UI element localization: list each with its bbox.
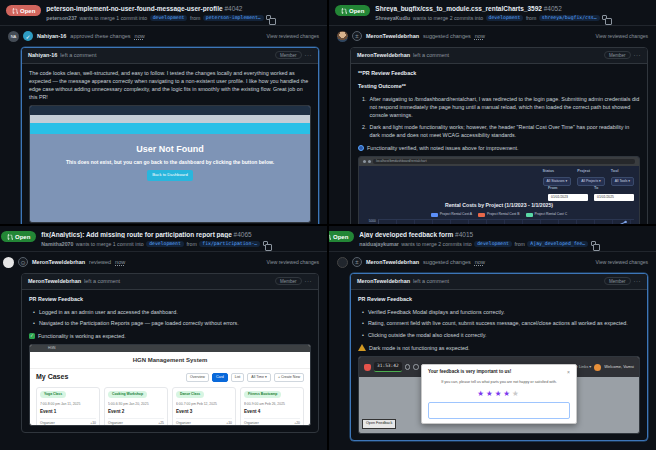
case-card: Fitness Bootcamp 8:00-9:00 am Feb 26, 20… bbox=[240, 387, 304, 427]
pr-title-text: peterson-implement-no-user-found-message… bbox=[46, 5, 222, 12]
pr-state-label: Open bbox=[15, 234, 30, 240]
comment-body: **PR Review Feedback Testing Outcome** A… bbox=[351, 64, 647, 225]
from-label: From bbox=[548, 186, 588, 192]
view-reviewed-changes-link[interactable]: View reviewed changes bbox=[267, 33, 319, 39]
line-chart-plot bbox=[378, 219, 634, 224]
avatar[interactable] bbox=[3, 257, 14, 268]
browser-tab: HGN bbox=[30, 345, 310, 352]
back-to-dashboard-button-image: Back to Dashboard bbox=[147, 170, 193, 180]
comment-header: Nahiyan-16 left a comment Member ··· bbox=[22, 48, 318, 64]
line-chart-svg bbox=[379, 220, 634, 224]
pr-number: #4052 bbox=[544, 5, 562, 12]
reviewer-name[interactable]: MeronTeweldebrhan bbox=[366, 259, 419, 265]
reviewer-name[interactable]: Nahiyan-16 bbox=[37, 33, 66, 39]
case-event: Event 1 bbox=[40, 409, 96, 416]
legend-entry: Project Rental Cost B bbox=[478, 212, 519, 217]
comment-author[interactable]: MeronTeweldebrhan bbox=[357, 52, 410, 58]
modal-title: Your feedback is very important to us! bbox=[428, 369, 567, 376]
pull-request-icon bbox=[329, 234, 331, 240]
reviewed-eye-icon: ⊙ bbox=[18, 257, 28, 267]
avatar[interactable]: NA bbox=[8, 31, 19, 42]
review-time-link[interactable]: now bbox=[115, 259, 125, 265]
y-axis-label: Rental Cost bbox=[364, 219, 369, 224]
comment-menu-button[interactable]: ··· bbox=[305, 52, 313, 58]
comment-menu-button[interactable]: ··· bbox=[305, 278, 313, 284]
base-branch-label[interactable]: development bbox=[146, 241, 184, 247]
case-organizer: Organizer bbox=[176, 421, 191, 426]
feedback-heading: **PR Review Feedback bbox=[358, 69, 640, 77]
check-note: ✓ Functionality is working as expected. bbox=[29, 332, 311, 340]
star-icon: ★ bbox=[477, 389, 486, 398]
comment-author[interactable]: Nahiyan-16 bbox=[28, 52, 57, 58]
modal-title-row: Your feedback is very important to us! × bbox=[428, 369, 570, 377]
copy-branch-icon[interactable] bbox=[602, 15, 607, 20]
reviewer-name[interactable]: MeronTeweldebrhan bbox=[32, 259, 85, 265]
testing-outcome-heading: Testing Outcome** bbox=[358, 82, 640, 90]
case-pill: Cooking Workshop bbox=[108, 391, 147, 398]
bullet-item: Verified Feedback Modal displays and fun… bbox=[362, 308, 640, 316]
from-text: from bbox=[190, 15, 200, 21]
comment-author[interactable]: MeronTeweldebrhan bbox=[28, 278, 81, 284]
head-branch-label[interactable]: peterson-implement… bbox=[203, 15, 264, 21]
embedded-screenshot-user-not-found: User Not Found This does not exist, but … bbox=[29, 105, 311, 223]
case-organizer: Organizer bbox=[244, 421, 259, 426]
bullet-item: Navigated to the Participation Reports p… bbox=[33, 319, 311, 327]
comment-author[interactable]: MeronTeweldebrhan bbox=[357, 278, 410, 284]
head-branch-label[interactable]: shreeya/bugfix/css… bbox=[539, 15, 600, 21]
warning-note: Dark mode is not functioning as expected… bbox=[358, 344, 640, 352]
review-event-row: ± MeronTeweldebrhan suggested changes no… bbox=[329, 26, 656, 45]
date-range-row: From 01/01/2023 To 01/01/2025 bbox=[548, 186, 634, 200]
suggested-changes-icon: ± bbox=[352, 257, 362, 267]
review-time-link[interactable]: now bbox=[475, 259, 485, 265]
avatar[interactable] bbox=[337, 257, 348, 268]
base-branch-label[interactable]: development bbox=[486, 15, 524, 21]
head-branch-label[interactable]: fix/participation-… bbox=[199, 241, 260, 247]
avatar[interactable] bbox=[337, 31, 348, 42]
review-comment-card: MeronTeweldebrhan left a comment Member … bbox=[350, 273, 648, 442]
comment-menu-button[interactable]: ··· bbox=[634, 52, 642, 58]
star-icon: ★ bbox=[512, 389, 521, 398]
pr-author[interactable]: peterson237 bbox=[46, 15, 77, 21]
pr-author[interactable]: Namitha2070 bbox=[41, 241, 73, 247]
review-time-link[interactable]: now bbox=[135, 33, 145, 39]
pr-merge-line: ShreeyaKudlu wants to merge 2 commits in… bbox=[375, 15, 648, 21]
time-filter-image: All Time ▾ bbox=[247, 373, 271, 382]
to-label: To bbox=[594, 186, 634, 192]
feedback-heading: PR Review Feedback bbox=[29, 295, 311, 303]
pr-title: peterson-implement-no-user-found-message… bbox=[46, 5, 319, 12]
copy-branch-icon[interactable] bbox=[263, 241, 268, 246]
pull-request-icon bbox=[341, 8, 347, 14]
legend-swatch-red bbox=[478, 213, 485, 217]
base-branch-label[interactable]: development bbox=[150, 15, 188, 21]
list-button-image: List bbox=[231, 373, 245, 382]
pr-panel-top-left: Open peterson-implement-no-user-found-me… bbox=[0, 0, 327, 224]
comment-header: MeronTeweldebrhan left a comment Member … bbox=[22, 274, 318, 290]
view-reviewed-changes-link[interactable]: View reviewed changes bbox=[267, 259, 319, 265]
review-time-link[interactable]: now bbox=[475, 33, 485, 39]
copy-branch-icon[interactable] bbox=[266, 15, 271, 20]
copy-branch-icon[interactable] bbox=[591, 241, 596, 246]
comment-menu-button[interactable]: ··· bbox=[634, 278, 642, 284]
case-card-row: Yoga Class 7:00-8:00 pm Jan 11, 2025 Eve… bbox=[30, 385, 310, 427]
view-reviewed-changes-link[interactable]: View reviewed changes bbox=[596, 33, 648, 39]
reviewer-name[interactable]: MeronTeweldebrhan bbox=[366, 33, 419, 39]
forward-icon bbox=[368, 160, 371, 163]
review-action: approved these changes bbox=[70, 33, 130, 39]
verified-note: Functionality verified, with noted issue… bbox=[358, 144, 640, 152]
suggested-changes-icon: ± bbox=[352, 31, 362, 41]
pr-author[interactable]: ShreeyaKudlu bbox=[375, 15, 410, 21]
star-rating: ★★★★★ bbox=[428, 388, 570, 399]
feedback-heading: PR Review Feedback bbox=[358, 295, 640, 303]
comment-action: left a comment bbox=[413, 278, 449, 284]
chart-title: Rental Costs by Project (1/1/2023 - 1/1/… bbox=[364, 202, 634, 210]
pr-author[interactable]: naiduajaykumar bbox=[359, 241, 399, 247]
list-item-text: After navigating to /bmdashboard/rentalc… bbox=[370, 95, 641, 119]
base-branch-label[interactable]: development bbox=[474, 241, 512, 247]
view-reviewed-changes-link[interactable]: View reviewed changes bbox=[596, 259, 648, 265]
back-icon bbox=[363, 160, 366, 163]
list-item: After navigating to /bmdashboard/rentalc… bbox=[362, 95, 640, 119]
head-branch-label[interactable]: Ajay_developed_fee… bbox=[527, 241, 588, 247]
user-not-found-subtext: This does not exist, but you can go back… bbox=[30, 159, 310, 167]
case-time: 7:00-8:00 pm Jan 11, 2025 bbox=[40, 402, 96, 407]
tool-select-image: All Tools ▾ bbox=[611, 177, 634, 186]
